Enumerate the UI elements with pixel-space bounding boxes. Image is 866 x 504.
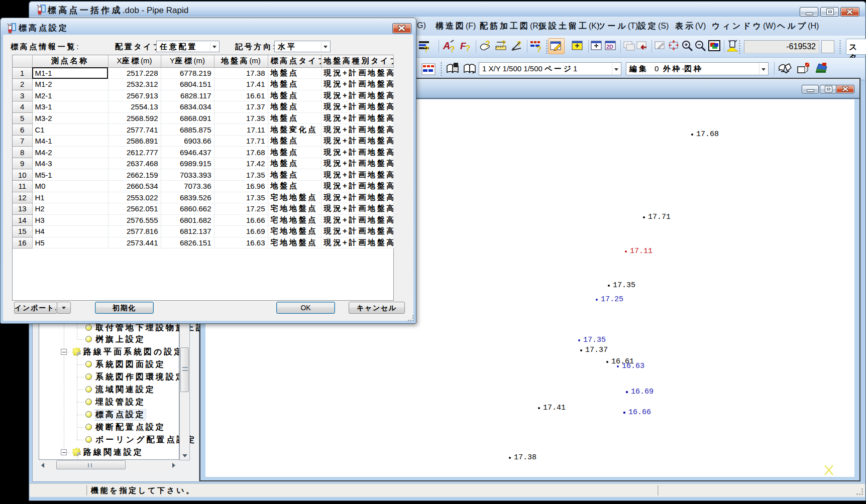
svg-text:?: ? xyxy=(485,40,490,48)
svg-text:?: ? xyxy=(536,45,542,53)
svg-text:?: ? xyxy=(517,39,521,48)
svg-text:?: ? xyxy=(501,39,506,47)
svg-text:?: ? xyxy=(465,44,470,53)
svg-text:?: ? xyxy=(450,45,455,53)
svg-text:?: ? xyxy=(424,45,429,53)
svg-text:2D: 2D xyxy=(606,44,613,50)
